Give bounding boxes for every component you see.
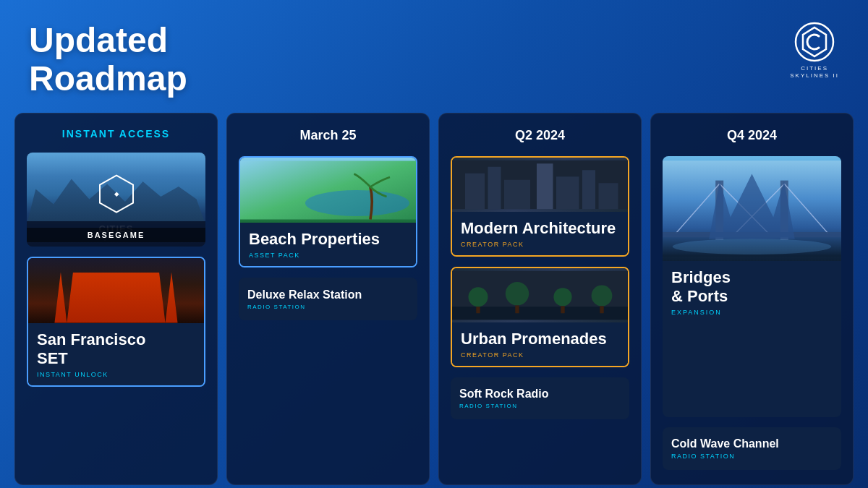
svg-rect-23 (600, 306, 603, 313)
page-title: Updated Roadmap (29, 22, 187, 98)
urban-image (452, 268, 628, 322)
bridges-subtitle: EXPANSION (671, 309, 833, 316)
title-line1: Updated (29, 22, 187, 60)
roadmap-columns: INSTANT ACCESS ◆ CITIES skylines II BASE… (0, 113, 868, 488)
card-bridges-ports: Bridges& Ports EXPANSION (663, 156, 841, 417)
sf-subtitle: INSTANT UNLOCK (37, 371, 195, 378)
card-urban-promenades: Urban Promenades CREATOR PACK (451, 267, 629, 367)
coldwave-title: Cold Wave Channel (671, 437, 833, 450)
column-q4-2024: Q4 2024 (650, 113, 854, 485)
bridges-title: Bridges& Ports (671, 268, 833, 307)
modern-subtitle: CREATOR PACK (461, 241, 619, 248)
svg-point-16 (469, 287, 488, 307)
beach-title: Beach Properties (249, 230, 407, 249)
svg-rect-19 (515, 305, 519, 313)
beach-content: Beach Properties ASSET PACK (240, 223, 416, 266)
column-header-q4: Q4 2024 (663, 128, 841, 143)
urban-scene-svg (452, 268, 628, 322)
beach-scene-svg (240, 158, 416, 223)
svg-rect-31 (663, 232, 841, 237)
sf-title: San Francisco SET (37, 330, 195, 369)
modern-content: Modern Architecture CREATOR PACK (452, 212, 628, 255)
card-cold-wave: Cold Wave Channel RADIO STATION (663, 427, 841, 470)
svg-rect-17 (476, 307, 480, 313)
column-header-q2: Q2 2024 (451, 128, 629, 143)
sf-content: San Francisco SET INSTANT UNLOCK (28, 323, 204, 386)
urban-content: Urban Promenades CREATOR PACK (452, 322, 628, 366)
svg-point-22 (592, 286, 613, 307)
svg-point-5 (305, 190, 409, 216)
beach-subtitle: ASSET PACK (249, 252, 407, 259)
svg-point-20 (553, 288, 571, 306)
beach-image (240, 158, 416, 223)
modern-scene-svg (452, 158, 628, 212)
softrock-title: Soft Rock Radio (459, 388, 621, 401)
deluxe-title: Deluxe Relax Station (247, 288, 409, 301)
modern-title: Modern Architecture (461, 219, 619, 238)
card-basegame: ◆ CITIES skylines II BASEGAME (27, 153, 205, 247)
column-header-instant-access: INSTANT ACCESS (27, 128, 205, 140)
column-march25: March 25 (226, 113, 430, 485)
svg-rect-9 (504, 179, 530, 209)
svg-rect-12 (582, 170, 595, 209)
card-soft-rock: Soft Rock Radio RADIO STATION (451, 377, 629, 419)
svg-point-0 (796, 23, 833, 61)
svg-rect-8 (488, 166, 501, 209)
svg-rect-21 (561, 306, 564, 313)
svg-rect-11 (556, 176, 579, 209)
urban-subtitle: CREATOR PACK (461, 351, 619, 359)
svg-rect-26 (780, 180, 788, 239)
svg-text:◆: ◆ (114, 190, 119, 197)
svg-rect-7 (465, 173, 485, 209)
svg-rect-25 (715, 180, 723, 239)
svg-point-32 (673, 239, 832, 254)
column-instant-access: INSTANT ACCESS ◆ CITIES skylines II BASE… (14, 113, 218, 485)
basegame-label: BASEGAME (27, 228, 205, 242)
svg-rect-13 (599, 183, 618, 209)
column-q2-2024: Q2 2024 Modern Architecture CREATOR (438, 113, 642, 485)
svg-rect-10 (537, 163, 553, 209)
deluxe-subtitle: RADIO STATION (247, 304, 409, 310)
page-header: Updated Roadmap CITIES skylines II (0, 0, 868, 113)
card-beach-properties: Beach Properties ASSET PACK (239, 156, 417, 267)
urban-title: Urban Promenades (461, 330, 619, 348)
svg-point-18 (506, 282, 529, 305)
logo-text: CITIES skylines II (790, 65, 839, 79)
bridges-image (663, 156, 841, 261)
basegame-logo-overlay: ◆ (98, 174, 135, 216)
column-header-march: March 25 (239, 128, 417, 143)
card-deluxe-relax: Deluxe Relax Station RADIO STATION (239, 278, 417, 320)
coldwave-subtitle: RADIO STATION (671, 453, 833, 460)
title-line2: Roadmap (29, 60, 187, 98)
cities-skylines-logo (794, 22, 835, 62)
card-modern-architecture: Modern Architecture CREATOR PACK (451, 156, 629, 257)
modern-image (452, 158, 628, 212)
softrock-subtitle: RADIO STATION (459, 403, 621, 409)
bridges-content: Bridges& Ports EXPANSION (663, 261, 841, 324)
sf-image (28, 258, 204, 323)
bridges-scene-svg (663, 156, 841, 261)
logo-area: CITIES skylines II (790, 22, 839, 79)
card-san-francisco: San Francisco SET INSTANT UNLOCK (27, 257, 205, 388)
